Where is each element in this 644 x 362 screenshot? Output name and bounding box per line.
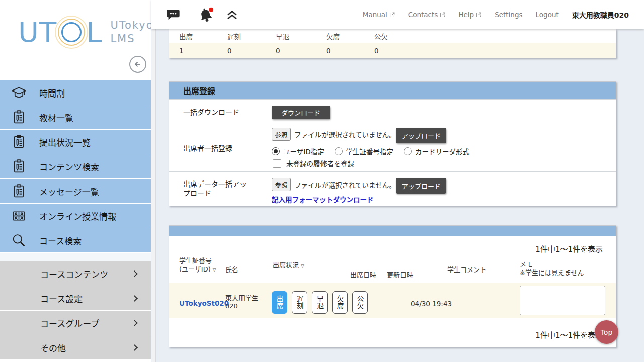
download-button[interactable]: ダウンロード	[272, 106, 330, 119]
settings-link[interactable]: Settings	[495, 11, 522, 19]
summary-value: 0	[326, 47, 374, 55]
sidebar-divider	[151, 0, 151, 362]
chevron-right-icon	[131, 270, 138, 277]
browse-button[interactable]: 参照	[272, 128, 291, 141]
sidebar-item-course-group[interactable]: コースグループ	[0, 311, 151, 335]
radio-unchecked-icon[interactable]	[404, 147, 412, 155]
sidebar-item-course-settings[interactable]: コース設定	[0, 286, 151, 311]
sidebar-collapse-button[interactable]	[129, 56, 146, 73]
logo-subtitle: UTokyo LMS	[110, 19, 153, 46]
radio-unchecked-icon[interactable]	[335, 147, 343, 155]
bulk-download-row: 一括ダウンロード ダウンロード	[169, 99, 616, 125]
sidebar-item-label: コース検索	[39, 234, 82, 247]
sidebar: UT L UTokyo LMS 時間割	[0, 0, 151, 362]
status-button-early-leave[interactable]: 早退	[312, 291, 328, 314]
topbar-links: Manual Contacts Help Se	[363, 10, 644, 20]
upload-button[interactable]: アップロード	[396, 178, 446, 194]
username[interactable]: 東大用教職員020	[572, 10, 629, 20]
logout-link[interactable]: Logout	[536, 11, 559, 19]
sidebar-item-online-class-info[interactable]: オンライン授業情報	[0, 204, 151, 228]
attendance-summary-table: 出席 遅刻 早退 欠席 公欠 1 0 0 0 0	[169, 29, 616, 58]
result-count: 1件中1〜1件を表示	[535, 329, 603, 340]
sidebar-item-materials[interactable]: 教材一覧	[0, 105, 151, 130]
summary-value: 0	[374, 47, 423, 55]
sidebar-item-course-contents[interactable]: コースコンテンツ	[0, 261, 151, 286]
utol-logo[interactable]: UT L UTokyo LMS	[18, 18, 154, 46]
summary-value-row: 1 0 0 0 0	[169, 43, 616, 58]
table-header: 1件中1〜1件を表示 学生証番号 (ユーザID)▽ 氏名 出席状況▽ 出席日時 …	[169, 236, 616, 283]
upload-button[interactable]: アップロード	[396, 128, 446, 143]
summary-header: 出席	[179, 31, 227, 41]
radio-user-id-option[interactable]: ユーザID指定	[272, 146, 325, 156]
file-picker: 参照 ファイルが選択されていません。	[272, 178, 396, 191]
main-content: 出席 遅刻 早退 欠席 公欠 1 0 0 0 0 出席登録 一括ダウンロード ダ…	[156, 29, 644, 362]
column-header-attended-at: 出席日時	[350, 270, 376, 279]
status-button-official-absence[interactable]: 公欠	[352, 291, 368, 314]
logo-o-rings-icon	[60, 21, 83, 44]
column-header-comment: 学生コメント	[447, 265, 487, 274]
chevron-right-icon	[131, 344, 138, 351]
sidebar-item-others[interactable]: その他	[0, 335, 151, 360]
notification-dot	[209, 7, 213, 12]
collapse-header-icon[interactable]	[225, 9, 239, 21]
column-header-memo: メモ ※学生には見えません	[520, 260, 584, 277]
checkbox-icon[interactable]	[273, 159, 281, 168]
updated-at-value: 04/30 19:43	[411, 300, 452, 308]
file-status-text: ファイルが選択されていません。	[294, 129, 396, 139]
contacts-link[interactable]: Contacts	[408, 11, 446, 19]
sidebar-item-label: メッセージ一覧	[39, 185, 99, 198]
sidebar-item-content-search[interactable]: コンテンツ検索	[0, 154, 151, 179]
magnifier-icon	[10, 232, 27, 249]
column-header-status[interactable]: 出席状況▽	[273, 261, 304, 270]
sort-icon[interactable]: ▽	[213, 267, 216, 273]
menu-spacer	[0, 253, 151, 261]
file-status-text: ファイルが選択されていません。	[294, 179, 396, 190]
student-id-link[interactable]: UTokyoSt020	[179, 299, 229, 307]
sort-icon[interactable]: ▽	[301, 263, 304, 268]
clipboard-pen-icon	[10, 133, 27, 150]
format-download-link[interactable]: 記入用フォーマットダウンロード	[272, 194, 374, 204]
table-row: UTokyoSt020 東大用学生020 出席 遅刻 早退 欠席 公欠 04/3…	[169, 283, 616, 318]
sidebar-item-label: 時間割	[39, 86, 65, 99]
summary-header: 公欠	[374, 31, 423, 41]
column-header-name: 氏名	[225, 265, 238, 274]
register-unregistered-option[interactable]: 未登録の履修者を登録	[273, 158, 354, 168]
radio-checked-icon[interactable]	[272, 147, 280, 155]
summary-value: 1	[179, 47, 227, 55]
sidebar-item-course-search[interactable]: コース検索	[0, 228, 151, 253]
bulk-register-row: 出席者一括登録 参照 ファイルが選択されていません。 アップロード ユーザID指…	[169, 125, 616, 171]
sidebar-item-label: 教材一覧	[39, 111, 73, 124]
arrow-left-icon	[133, 60, 142, 69]
sidebar-item-label: その他	[40, 341, 66, 354]
clipboard-pen-icon	[10, 158, 27, 175]
sidebar-item-submission-status[interactable]: 提出状況一覧	[0, 130, 151, 154]
sidebar-item-messages[interactable]: メッセージ一覧	[0, 179, 151, 204]
section-title: 出席登録	[169, 82, 616, 99]
summary-value: 0	[276, 47, 326, 55]
sidebar-item-label: コース設定	[40, 292, 83, 305]
summary-header: 遅刻	[227, 31, 276, 41]
status-button-present[interactable]: 出席	[272, 291, 287, 314]
sidebar-item-label: コースコンテンツ	[40, 267, 108, 280]
sidebar-item-timetable[interactable]: 時間割	[0, 80, 151, 105]
radio-student-number-option[interactable]: 学生証番号指定	[335, 146, 394, 156]
radio-card-reader-option[interactable]: カードリーダ形式	[404, 146, 469, 156]
status-button-absent[interactable]: 欠席	[332, 291, 348, 314]
column-header-student-id[interactable]: 学生証番号 (ユーザID)▽	[179, 256, 216, 275]
memo-input[interactable]	[520, 286, 605, 315]
sidebar-item-label: コンテンツ検索	[39, 160, 99, 173]
checkbox-label: 未登録の履修者を登録	[286, 158, 354, 168]
graduation-cap-icon	[10, 84, 27, 101]
messages-icon[interactable]	[166, 8, 181, 22]
scrollbar-track[interactable]	[151, 0, 156, 362]
summary-header-row: 出席 遅刻 早退 欠席 公欠	[169, 29, 616, 43]
clipboard-pen-icon	[10, 109, 27, 126]
table-footer: 1件中1〜1件を表示	[169, 318, 616, 347]
status-button-late[interactable]: 遅刻	[292, 291, 307, 314]
help-link[interactable]: Help	[458, 11, 481, 19]
notifications-bell-icon[interactable]	[198, 6, 214, 24]
manual-link[interactable]: Manual	[363, 11, 395, 19]
scroll-to-top-button[interactable]: Top	[595, 320, 618, 344]
browse-button[interactable]: 参照	[272, 178, 291, 191]
bulk-register-label: 出席者一括登録	[183, 144, 253, 153]
